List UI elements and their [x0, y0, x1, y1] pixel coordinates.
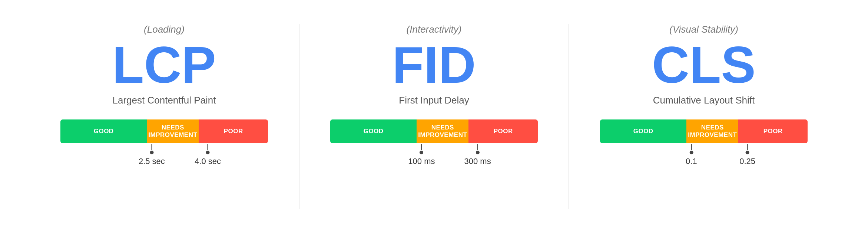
lcp-marker-1-dot	[150, 151, 153, 154]
lcp-bar-container: GOOD NEEDSIMPROVEMENT POOR 2.5 sec	[60, 119, 268, 166]
lcp-marker-1: 2.5 sec	[139, 144, 165, 166]
lcp-marker-1-value: 2.5 sec	[139, 157, 165, 166]
cls-poor-label: POOR	[763, 128, 783, 135]
fid-category: (Interactivity)	[407, 24, 462, 35]
cls-bar: GOOD NEEDSIMPROVEMENT POOR	[600, 119, 808, 143]
cls-category: (Visual Stability)	[669, 24, 738, 35]
cls-marker-2-dot	[746, 151, 749, 154]
cls-block: (Visual Stability) CLS Cumulative Layout…	[569, 24, 838, 166]
cls-bar-needs: NEEDSIMPROVEMENT	[686, 119, 738, 143]
fid-bar-container: GOOD NEEDSIMPROVEMENT POOR 100 ms	[330, 119, 538, 166]
fid-marker-1-dot	[420, 151, 423, 154]
cls-needs-label: NEEDSIMPROVEMENT	[688, 124, 737, 139]
fid-marker-2: 300 ms	[464, 144, 491, 166]
lcp-bar: GOOD NEEDSIMPROVEMENT POOR	[60, 119, 268, 143]
cls-marker-1: 0.1	[686, 144, 697, 166]
fid-bar-good: GOOD	[330, 119, 417, 143]
cls-marker-2-line	[747, 144, 748, 150]
fid-marker-1-value: 100 ms	[408, 157, 435, 166]
fid-good-label: GOOD	[364, 128, 384, 135]
lcp-marker-2: 4.0 sec	[195, 144, 221, 166]
fid-bar-needs: NEEDSIMPROVEMENT	[417, 119, 468, 143]
lcp-acronym: LCP	[112, 39, 216, 91]
fid-marker-1-line	[421, 144, 422, 150]
lcp-block: (Loading) LCP Largest Contentful Paint G…	[30, 24, 299, 166]
fid-marker-2-value: 300 ms	[464, 157, 491, 166]
cls-bar-good: GOOD	[600, 119, 686, 143]
lcp-category: (Loading)	[144, 24, 185, 35]
lcp-markers: 2.5 sec 4.0 sec	[60, 144, 268, 166]
fid-markers: 100 ms 300 ms	[330, 144, 538, 166]
main-container: (Loading) LCP Largest Contentful Paint G…	[0, 9, 868, 224]
cls-good-label: GOOD	[633, 128, 653, 135]
fid-needs-label: NEEDSIMPROVEMENT	[418, 124, 467, 139]
lcp-bar-good: GOOD	[60, 119, 147, 143]
fid-acronym: FID	[392, 39, 476, 91]
lcp-marker-2-dot	[206, 151, 210, 154]
lcp-needs-label: NEEDSIMPROVEMENT	[148, 124, 197, 139]
cls-marker-1-line	[691, 144, 692, 150]
lcp-poor-label: POOR	[224, 128, 243, 135]
cls-markers: 0.1 0.25	[600, 144, 808, 166]
lcp-bar-poor: POOR	[199, 119, 268, 143]
cls-bar-poor: POOR	[738, 119, 808, 143]
fid-poor-label: POOR	[494, 128, 513, 135]
cls-marker-1-dot	[689, 151, 693, 154]
lcp-marker-1-line	[151, 144, 152, 150]
cls-marker-2: 0.25	[739, 144, 755, 166]
lcp-good-label: GOOD	[94, 128, 114, 135]
lcp-marker-2-line	[208, 144, 208, 150]
cls-marker-1-value: 0.1	[686, 157, 697, 166]
lcp-name: Largest Contentful Paint	[113, 95, 216, 106]
lcp-bar-needs: NEEDSIMPROVEMENT	[147, 119, 199, 143]
fid-name: First Input Delay	[399, 95, 469, 106]
fid-bar-poor: POOR	[468, 119, 538, 143]
fid-bar: GOOD NEEDSIMPROVEMENT POOR	[330, 119, 538, 143]
cls-bar-container: GOOD NEEDSIMPROVEMENT POOR 0.1	[600, 119, 808, 166]
lcp-marker-2-value: 4.0 sec	[195, 157, 221, 166]
fid-marker-2-line	[477, 144, 478, 150]
fid-marker-1: 100 ms	[408, 144, 435, 166]
fid-block: (Interactivity) FID First Input Delay GO…	[299, 24, 569, 166]
cls-name: Cumulative Layout Shift	[653, 95, 755, 106]
cls-acronym: CLS	[652, 39, 756, 91]
fid-marker-2-dot	[476, 151, 480, 154]
cls-marker-2-value: 0.25	[739, 157, 755, 166]
